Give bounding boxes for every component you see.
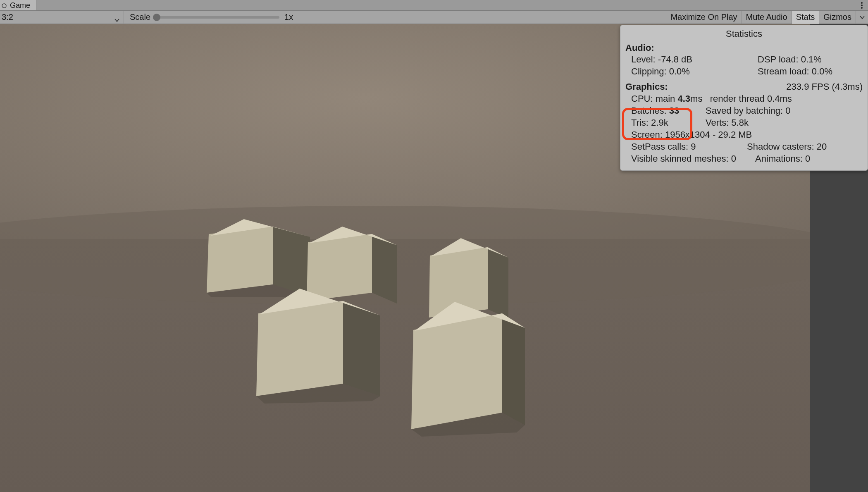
tab-game[interactable]: Game (0, 0, 36, 10)
maximize-on-play-label: Maximize On Play (670, 12, 737, 22)
stat-animations: Animations: 0 (755, 153, 810, 165)
tab-context-menu-button[interactable] (856, 0, 868, 10)
stat-audio-clipping: Clipping: 0.0% (631, 65, 758, 77)
stat-audio-level: Level: -74.8 dB (631, 53, 758, 65)
scale-control: Scale 1x (124, 12, 293, 22)
stat-setpass: SetPass calls: 9 (631, 141, 747, 153)
stat-render-thread: render thread 0.4ms (710, 93, 792, 104)
stat-batches: Batches: 33 (631, 105, 706, 117)
tab-strip: Game (0, 0, 868, 11)
svg-point-3 (861, 7, 863, 9)
maximize-on-play-toggle[interactable]: Maximize On Play (666, 11, 741, 24)
stat-fps: 233.9 FPS (4.3ms) (786, 81, 863, 93)
aspect-ratio-value: 3:2 (2, 12, 13, 22)
gizmos-dropdown-button[interactable] (856, 11, 868, 24)
graphics-section-header: Graphics: (625, 81, 668, 92)
svg-marker-22 (502, 313, 525, 425)
stat-verts: Verts: 5.8k (706, 117, 749, 129)
mute-audio-label: Mute Audio (746, 12, 787, 22)
statistics-title: Statistics (625, 29, 863, 41)
svg-marker-17 (256, 301, 343, 396)
svg-marker-7 (207, 227, 273, 293)
scale-slider[interactable] (155, 16, 279, 19)
svg-marker-15 (488, 247, 508, 318)
stats-toggle[interactable]: Stats (792, 11, 819, 24)
stats-toggle-label: Stats (796, 12, 815, 22)
svg-marker-12 (372, 234, 397, 303)
stat-cpu-line: CPU: main 4.3ms render thread 0.4ms (631, 93, 863, 105)
game-tab-icon (1, 2, 7, 8)
svg-marker-18 (343, 301, 380, 396)
stat-saved-by-batching: Saved by batching: 0 (706, 105, 790, 117)
stat-screen: Screen: 1956x1304 - 29.2 MB (631, 129, 863, 141)
svg-marker-21 (411, 313, 502, 429)
scale-label: Scale (130, 12, 150, 22)
stat-skinned-meshes: Visible skinned meshes: 0 (631, 153, 755, 165)
stat-tris: Tris: 2.9k (631, 117, 706, 129)
gizmos-toggle[interactable]: Gizmos (819, 11, 856, 24)
svg-point-0 (2, 4, 6, 8)
svg-marker-8 (273, 227, 310, 296)
statistics-panel: Statistics Audio: Level: -74.8 dB Clippi… (620, 25, 868, 171)
scale-slider-thumb[interactable] (153, 14, 160, 21)
aspect-ratio-dropdown[interactable]: 3:2 (0, 11, 124, 24)
gizmos-toggle-label: Gizmos (823, 12, 851, 22)
scale-value: 1x (284, 12, 293, 22)
chevron-down-icon (114, 15, 119, 24)
tab-label: Game (10, 1, 30, 10)
stat-dsp-load: DSP load: 0.1% (758, 53, 863, 65)
audio-section-header: Audio: (625, 43, 863, 53)
svg-point-1 (861, 2, 863, 4)
svg-marker-11 (307, 234, 372, 301)
stat-shadow-casters: Shadow casters: 20 (747, 141, 827, 153)
svg-point-2 (861, 5, 863, 6)
stat-stream-load: Stream load: 0.0% (758, 65, 863, 77)
mute-audio-toggle[interactable]: Mute Audio (742, 11, 792, 24)
svg-point-6 (0, 206, 810, 305)
game-toolbar: 3:2 Scale 1x Maximize On Play Mute Audio… (0, 11, 868, 24)
